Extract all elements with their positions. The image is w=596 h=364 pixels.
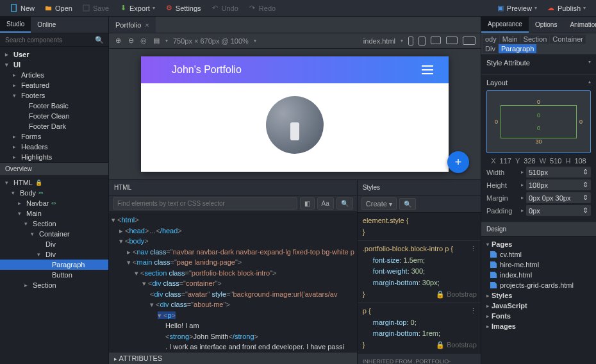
tree-footer-clean[interactable]: Footer Clean bbox=[15, 111, 108, 121]
canvas-filename[interactable]: index.html bbox=[363, 37, 395, 45]
settings-button[interactable]: ⚙Settings bbox=[160, 0, 206, 16]
tree-footer-basic[interactable]: Footer Basic bbox=[15, 101, 108, 111]
crumb-paragraph[interactable]: Paragraph bbox=[499, 44, 536, 53]
center-panel: Portfolio× ⊕ ⊖ ◎ ▤ ▾ 750px × 670px @ 100… bbox=[109, 17, 481, 364]
css-rule-block-intro-p[interactable]: ⋮ .portfolio-block.block-intro p { font-… bbox=[358, 241, 481, 303]
redo-icon: ↷ bbox=[249, 4, 256, 12]
avatar-image bbox=[266, 96, 324, 154]
zoom-in-icon[interactable]: ⊕ bbox=[114, 37, 122, 45]
styles-search-btn[interactable]: 🔍 bbox=[399, 198, 416, 210]
css-rule-element[interactable]: element.style { } bbox=[358, 213, 481, 241]
svg-rect-1 bbox=[83, 5, 89, 11]
design-panel-header[interactable]: Design bbox=[481, 222, 596, 236]
save-button[interactable]: Save bbox=[78, 0, 114, 16]
tree-forms[interactable]: ▸Forms bbox=[8, 131, 108, 142]
padding-input[interactable]: 0px⇕ bbox=[526, 205, 591, 216]
device-phone-icon[interactable] bbox=[408, 37, 413, 46]
html-tree[interactable]: ▾ <html> ▸ <head>…</head> ▾ <body> ▸ <na… bbox=[109, 212, 357, 352]
styles-panel: Styles Create ▾ 🔍 element.style { } ⋮ .p… bbox=[358, 179, 481, 364]
tree-user[interactable]: ▸User bbox=[0, 49, 108, 60]
find-case-btn[interactable]: Aa bbox=[317, 197, 334, 210]
open-button[interactable]: Open bbox=[40, 0, 78, 16]
device-desktop-icon[interactable] bbox=[463, 37, 476, 45]
overview-div[interactable]: Div bbox=[0, 239, 108, 249]
fonts-folder[interactable]: ▸Fonts bbox=[481, 311, 596, 321]
layout-section-header[interactable]: Layout▴ bbox=[486, 79, 591, 87]
page-file[interactable]: index.html bbox=[481, 270, 596, 280]
hamburger-icon[interactable] bbox=[422, 65, 433, 74]
tree-ui[interactable]: ▾UI bbox=[0, 60, 108, 70]
tab-studio[interactable]: Studio bbox=[0, 17, 31, 33]
tree-footers[interactable]: ▾Footers bbox=[8, 90, 108, 101]
tab-appearance[interactable]: Appearance bbox=[481, 17, 529, 33]
tree-headers[interactable]: ▸Headers bbox=[8, 142, 108, 152]
page-file[interactable]: cv.html bbox=[481, 249, 596, 260]
overview-navbar[interactable]: ▸Navbar ⇔ bbox=[0, 198, 108, 208]
crumb-section[interactable]: Section bbox=[521, 35, 550, 44]
height-input[interactable]: 108px⇕ bbox=[526, 179, 591, 190]
doc-tab-portfolio[interactable]: Portfolio× bbox=[109, 17, 156, 33]
zoom-out-icon[interactable]: ⊖ bbox=[127, 37, 135, 45]
page-file[interactable]: projects-grid-cards.html bbox=[481, 280, 596, 290]
canvas-page[interactable]: John's Portfolio bbox=[141, 56, 449, 172]
layers-icon[interactable]: ▤ bbox=[153, 37, 160, 45]
page-navbar: John's Portfolio bbox=[141, 56, 449, 83]
find-mode-btn[interactable]: ◧ bbox=[300, 197, 315, 210]
tab-options[interactable]: Options bbox=[529, 17, 563, 33]
styles-folder[interactable]: ▸Styles bbox=[481, 290, 596, 301]
canvas-area[interactable]: John's Portfolio + bbox=[109, 49, 481, 179]
find-elements-input[interactable] bbox=[113, 197, 297, 210]
publish-button[interactable]: ☁Publish▾ bbox=[542, 0, 591, 16]
tree-articles[interactable]: ▸Articles bbox=[8, 70, 108, 80]
undo-button[interactable]: ↶Undo bbox=[206, 0, 244, 16]
search-icon[interactable]: 🔍 bbox=[95, 36, 103, 44]
device-tablet-landscape-icon[interactable] bbox=[431, 37, 441, 44]
device-laptop-icon[interactable] bbox=[446, 37, 458, 44]
css-rule-p[interactable]: ⋮ p { margin-top: 0; margin-bottom: 1rem… bbox=[358, 303, 481, 354]
create-style-btn[interactable]: Create ▾ bbox=[361, 197, 397, 210]
overview-button[interactable]: Button bbox=[0, 270, 108, 280]
export-button[interactable]: ⬇Export▾ bbox=[114, 0, 160, 16]
redo-button[interactable]: ↷Redo bbox=[244, 0, 281, 16]
target-icon[interactable]: ◎ bbox=[140, 37, 147, 45]
canvas-dimensions: 750px × 670px @ 100% bbox=[173, 37, 249, 45]
tab-animation[interactable]: Animation bbox=[563, 17, 596, 33]
tree-featured[interactable]: ▸Featured bbox=[8, 80, 108, 90]
inherited-from-header: INHERITED FROM .PORTFOLIO-BLOCK.BLOCK-IN… bbox=[358, 354, 481, 364]
tree-highlights[interactable]: ▸Highlights bbox=[8, 152, 108, 162]
crumb-container[interactable]: Container bbox=[550, 35, 586, 44]
pages-folder[interactable]: ▾Pages bbox=[481, 239, 596, 249]
overview-container[interactable]: ▾Container bbox=[0, 229, 108, 239]
images-folder[interactable]: ▸Images bbox=[481, 321, 596, 331]
more-icon[interactable]: ⋮ bbox=[470, 244, 477, 255]
overview-main[interactable]: ▾Main bbox=[0, 208, 108, 219]
folder-open-icon bbox=[45, 4, 53, 12]
overview-html[interactable]: ▾HTML 🔒 bbox=[0, 178, 108, 188]
overview-paragraph[interactable]: Paragraph bbox=[0, 260, 108, 270]
close-icon[interactable]: × bbox=[145, 21, 149, 29]
device-tablet-portrait-icon[interactable] bbox=[418, 37, 426, 46]
javascript-folder[interactable]: ▸JavaScript bbox=[481, 301, 596, 311]
preview-button[interactable]: ▣Preview▾ bbox=[492, 0, 542, 16]
margin-input[interactable]: 0px 0px 30px⇕ bbox=[526, 192, 591, 203]
style-attribute-dropdown[interactable]: Style Attribute▾ bbox=[486, 59, 591, 67]
add-fab-button[interactable]: + bbox=[447, 151, 469, 173]
page-file[interactable]: hire-me.html bbox=[481, 260, 596, 270]
new-button[interactable]: New bbox=[5, 0, 40, 16]
more-icon[interactable]: ⋮ bbox=[470, 306, 477, 317]
tree-footer-dark[interactable]: Footer Dark bbox=[15, 121, 108, 131]
overview-body[interactable]: ▾Body ⇔ bbox=[0, 188, 108, 198]
tab-online[interactable]: Online bbox=[31, 17, 62, 33]
html-panel-header: HTML bbox=[109, 180, 357, 195]
crumb-div[interactable]: Div bbox=[483, 44, 498, 53]
find-search-btn[interactable]: 🔍 bbox=[336, 197, 353, 210]
crumb-ody[interactable]: ody bbox=[483, 35, 499, 44]
attributes-header[interactable]: ▸ ATTRIBUTES bbox=[109, 352, 357, 364]
overview-section[interactable]: ▸Section bbox=[0, 280, 108, 290]
box-model[interactable]: 0 0 0 0 0 30 bbox=[486, 90, 591, 153]
overview-section[interactable]: ▾Section bbox=[0, 219, 108, 229]
search-input[interactable] bbox=[5, 37, 95, 44]
crumb-main[interactable]: Main bbox=[500, 35, 520, 44]
overview-div[interactable]: ▾Div bbox=[0, 249, 108, 260]
width-input[interactable]: 510px⇕ bbox=[526, 167, 591, 178]
